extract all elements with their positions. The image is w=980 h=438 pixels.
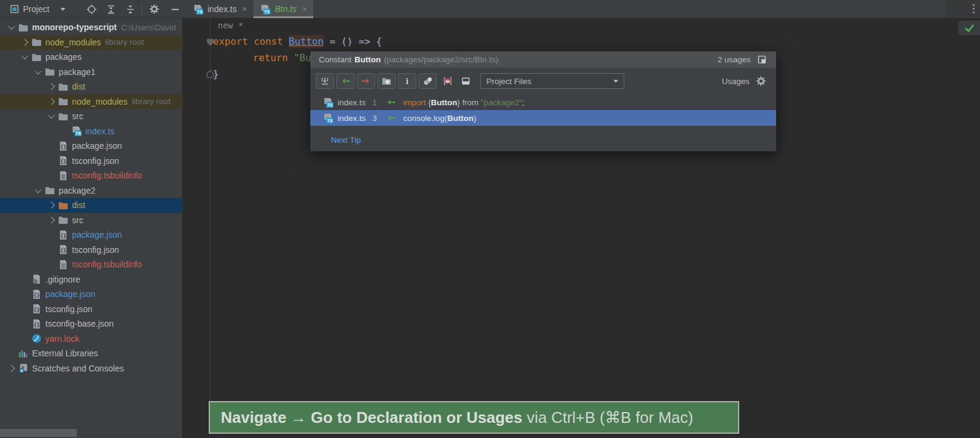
tree-item-label: tsconfig.json [72, 245, 119, 255]
merge-duplicates-button[interactable] [419, 73, 437, 89]
code-line: export const Button = () => { [213, 35, 382, 48]
tip-banner: Navigate → Go to Declaration or Usages v… [209, 401, 739, 434]
chevron-down-icon[interactable] [8, 23, 15, 30]
tree-item-external-libraries[interactable]: External Libraries [0, 346, 183, 361]
ts-file-icon: TS [323, 97, 333, 108]
tree-item-yarn-lock[interactable]: yarn.lock [0, 332, 183, 347]
usage-list: TSindex.ts1import {Button} from "package… [310, 94, 776, 126]
panel-settings-button[interactable] [148, 0, 161, 18]
chevron-right-icon[interactable] [8, 365, 15, 371]
horizontal-scrollbar[interactable] [0, 429, 77, 437]
tree-item-packages[interactable]: packages [0, 50, 183, 65]
usage-row[interactable]: TSindex.ts3console.log(Button) [310, 110, 776, 126]
project-tree: monorepo-typescriptC:\Users\Davidnode_mo… [0, 20, 183, 376]
hide-panel-button[interactable] [168, 0, 181, 18]
editor-tab-btn-ts[interactable]: TSBtn.ts× [253, 0, 313, 18]
tree-item-package-json[interactable]: {}package.json [0, 287, 183, 302]
chevron-right-icon[interactable] [21, 39, 28, 45]
tree-item-src[interactable]: src [0, 213, 183, 228]
json-icon: {} [58, 155, 68, 166]
tree-item-node_modules[interactable]: node_moduleslibrary root [0, 94, 183, 109]
usages-popup-header[interactable]: Constant Button (packages/package2/src/B… [310, 51, 776, 68]
chevron-right-icon[interactable] [48, 98, 54, 105]
chevron-right-icon[interactable] [48, 202, 54, 209]
tree-item-tsconfig-json[interactable]: {}tsconfig.json [0, 154, 183, 169]
target-icon [85, 2, 98, 16]
json-icon: {} [31, 319, 42, 329]
tree-item-dist[interactable]: dist [0, 198, 183, 213]
next-tip-link[interactable]: Next Tip [331, 136, 361, 145]
tree-item-package-json[interactable]: {}package.json [0, 139, 183, 154]
tree-item-label: index.ts [85, 126, 114, 136]
tree-item--gitignore[interactable]: .gitignore [0, 272, 183, 287]
svg-text:{}: {} [33, 322, 39, 328]
json-icon: {} [31, 289, 42, 299]
tree-item-node_modules[interactable]: node_moduleslibrary root [0, 35, 183, 50]
usage-row[interactable]: TSindex.ts1import {Button} from "package… [310, 94, 776, 110]
usage-line-number: 1 [373, 98, 379, 107]
more-options-button[interactable] [969, 4, 978, 13]
project-toolwindow-button[interactable] [8, 0, 21, 18]
tree-item-tsconfig-tsbuildinfo[interactable]: tsconfig.tsbuildinfo [0, 168, 183, 183]
tab-close-button[interactable]: × [302, 5, 307, 13]
tree-item-dist[interactable]: dist [0, 79, 183, 94]
usage-file-name: index.ts [338, 114, 366, 123]
locate-file-button[interactable] [85, 0, 98, 18]
folder-icon [58, 96, 68, 106]
svg-text:TS: TS [264, 9, 270, 13]
project-selector[interactable]: Project [23, 0, 50, 18]
chevron-down-icon[interactable] [34, 68, 41, 74]
buildinfo-icon [58, 260, 68, 270]
expand-all-button[interactable] [104, 0, 117, 18]
merge-usages-button[interactable]: m [439, 73, 456, 89]
inspections-widget[interactable] [958, 21, 980, 35]
tree-item-tsconfig-json[interactable]: {}tsconfig.json [0, 302, 183, 317]
chevron-down-icon[interactable] [21, 53, 28, 59]
code-line: return "Butt [213, 51, 323, 65]
tree-item-tsconfig-base-json[interactable]: {}tsconfig-base.json [0, 316, 183, 332]
open-in-window-icon[interactable] [757, 55, 766, 64]
show-import-statements-button[interactable]: i [398, 73, 416, 89]
tree-item-label: tsconfig.tsbuildinfo [72, 171, 142, 180]
tree-item-package1[interactable]: package1 [0, 65, 183, 80]
tree-item-scratches-and-consoles[interactable]: Scratches and Consoles [0, 361, 183, 376]
chevron-down-icon[interactable] [34, 186, 41, 193]
svg-text:m: m [445, 79, 449, 84]
symbol-path: (packages/package2/src/Btn.ts) [384, 55, 498, 64]
chevron-right-icon[interactable] [48, 217, 54, 223]
folder-icon [58, 111, 68, 122]
collapse-all-button[interactable] [123, 0, 137, 18]
chevron-down-icon [60, 8, 65, 11]
tree-item-monorepo-typescript[interactable]: monorepo-typescriptC:\Users\David [0, 20, 183, 35]
svg-text:TS: TS [76, 131, 81, 136]
show-write-access-button[interactable] [357, 73, 375, 89]
chevron-right-icon[interactable] [48, 83, 54, 90]
show-read-access-button[interactable] [336, 73, 354, 89]
tree-item-tsconfig-tsbuildinfo[interactable]: tsconfig.tsbuildinfo [0, 257, 183, 272]
code-line: } [213, 68, 219, 81]
tab-close-button[interactable]: × [242, 5, 247, 13]
tree-item-package-json[interactable]: {}package.json [0, 227, 183, 243]
tree-item-label: .gitignore [45, 275, 80, 284]
usages-settings-button[interactable] [756, 76, 766, 86]
open-in-find-window-button[interactable] [316, 73, 334, 89]
tree-item-index-ts[interactable]: TSindex.ts [0, 124, 183, 139]
json-icon: {} [31, 304, 42, 314]
svg-text:{}: {} [33, 307, 39, 313]
chevron-down-icon[interactable] [48, 112, 54, 119]
tree-item-label: package.json [45, 289, 96, 299]
svg-text:TS: TS [327, 118, 333, 122]
inlay-hint: new * [218, 21, 243, 30]
project-selector-caret[interactable] [60, 0, 65, 18]
folderOrange-icon [58, 200, 68, 211]
tree-item-src[interactable]: src [0, 109, 183, 124]
tree-item-label: tsconfig.tsbuildinfo [72, 260, 142, 269]
scope-selector[interactable]: Project Files [480, 73, 624, 89]
symbol-reference-link[interactable]: Button [289, 35, 324, 48]
group-by-file-structure-button[interactable]: ✱ [377, 73, 396, 89]
tree-item-tsconfig-json[interactable]: {}tsconfig.json [0, 243, 183, 258]
tree-item-package2[interactable]: package2 [0, 183, 183, 198]
editor-tab-index-ts[interactable]: TSindex.ts× [186, 0, 253, 18]
preview-toggle-button[interactable] [457, 73, 474, 89]
folder-icon [18, 22, 28, 33]
